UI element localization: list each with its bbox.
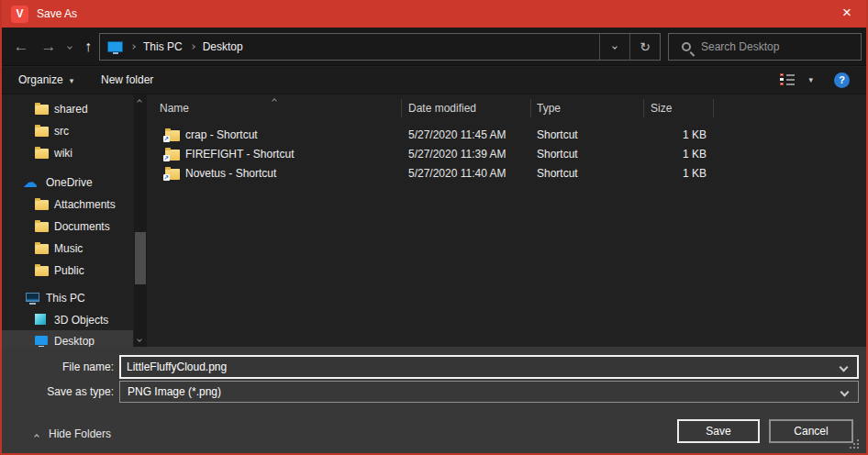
back-button[interactable]: ← [7, 28, 35, 65]
file-name: Novetus - Shortcut [185, 164, 276, 183]
column-divider[interactable] [401, 99, 402, 117]
folder-icon [35, 149, 49, 159]
folder-icon [35, 244, 49, 254]
window-border-left [0, 0, 2, 455]
save-as-type-dropdown[interactable]: PNG Image (*.png) [119, 381, 859, 403]
folder-icon [35, 105, 49, 115]
breadcrumb-chevron-icon [130, 44, 136, 50]
help-button[interactable]: ? [834, 72, 850, 88]
chevron-down-icon [612, 44, 618, 50]
sidebar-item-music[interactable]: Music [2, 238, 133, 260]
scrollbar-thumb[interactable] [135, 232, 146, 284]
sidebar-item-public[interactable]: Public [2, 260, 133, 282]
sidebar-item-onedrive[interactable]: ☁ OneDrive [2, 172, 133, 194]
chevron-down-icon [67, 44, 72, 50]
this-pc-icon [107, 41, 123, 52]
content-area: shared src wiki ☁ OneDrive Attachments D… [2, 94, 866, 347]
hide-folders-label: Hide Folders [49, 427, 111, 440]
shortcut-arrow-icon: ↗ [163, 174, 170, 181]
file-row[interactable]: ↗ FIREFIGHT - Shortcut 5/27/2020 11:39 A… [149, 145, 866, 164]
sort-ascending-icon [272, 98, 277, 104]
navigation-pane: shared src wiki ☁ OneDrive Attachments D… [2, 94, 149, 347]
sidebar-scrollbar[interactable] [134, 94, 147, 347]
forward-button[interactable]: → [35, 28, 62, 65]
sidebar-item-desktop[interactable]: Desktop [2, 330, 133, 347]
scroll-up-icon[interactable] [137, 99, 142, 105]
organize-label: Organize [18, 73, 63, 86]
file-type: Shortcut [537, 145, 578, 164]
dropdown-triangle-icon: ▾ [70, 76, 74, 85]
file-date: 5/27/2020 11:39 AM [408, 145, 506, 164]
column-header-date-modified[interactable]: Date modified [408, 94, 476, 122]
file-size: 1 KB [607, 164, 707, 183]
file-row[interactable]: ↗ Novetus - Shortcut 5/27/2020 11:40 AM … [149, 164, 866, 183]
chevron-down-icon[interactable] [840, 362, 849, 372]
sidebar-item-shared[interactable]: shared [2, 98, 133, 120]
scroll-down-icon[interactable] [137, 337, 142, 342]
vivaldi-app-icon: V [11, 6, 28, 23]
sidebar-item-this-pc[interactable]: This PC [2, 287, 133, 309]
window-title: Save As [37, 0, 77, 28]
3d-cube-icon [35, 314, 46, 325]
file-name-input[interactable] [121, 361, 840, 373]
file-size: 1 KB [607, 145, 707, 164]
new-folder-button[interactable]: New folder [101, 67, 153, 94]
sidebar-item-src[interactable]: src [2, 120, 133, 142]
chevron-up-icon [34, 434, 39, 439]
save-as-type-value: PNG Image (*.png) [120, 385, 841, 398]
file-type: Shortcut [537, 164, 578, 183]
file-date: 5/27/2020 11:45 AM [408, 126, 506, 145]
desktop-monitor-icon [35, 336, 48, 345]
change-view-button[interactable]: ▾ [780, 73, 813, 86]
column-headers: Name Date modified Type Size [149, 94, 866, 122]
column-divider[interactable] [713, 99, 714, 117]
column-header-size[interactable]: Size [651, 94, 672, 122]
close-button[interactable]: × [826, 0, 868, 28]
address-dropdown-button[interactable] [599, 34, 629, 60]
breadcrumb-chevron-icon [190, 44, 195, 50]
address-bar[interactable]: This PC Desktop ↻ [99, 33, 661, 61]
chevron-down-icon [840, 387, 850, 396]
file-row[interactable]: ↗ crap - Shortcut 5/27/2020 11:45 AM Sho… [149, 126, 866, 145]
folder-icon [35, 266, 49, 276]
sidebar-item-wiki[interactable]: wiki [2, 142, 133, 164]
breadcrumb-this-pc[interactable]: This PC [143, 40, 183, 53]
save-button[interactable]: Save [677, 419, 760, 443]
folder-icon [35, 222, 49, 232]
folder-icon [35, 127, 49, 137]
column-divider[interactable] [643, 99, 644, 117]
refresh-button[interactable]: ↻ [629, 34, 660, 60]
file-size: 1 KB [607, 126, 707, 145]
onedrive-cloud-icon: ☁ [23, 172, 38, 194]
hide-folders-button[interactable]: Hide Folders [35, 425, 111, 443]
search-input[interactable] [691, 40, 861, 53]
dropdown-triangle-icon: ▾ [808, 75, 813, 84]
folder-icon [35, 200, 49, 210]
file-date: 5/27/2020 11:40 AM [408, 164, 506, 183]
resize-grip[interactable] [848, 438, 859, 449]
search-box [668, 33, 862, 61]
column-header-type[interactable]: Type [537, 94, 561, 122]
cancel-button[interactable]: Cancel [769, 419, 853, 443]
file-name: FIREFIGHT - Shortcut [185, 145, 294, 164]
save-controls-panel: File name: Save as type: PNG Image (*.pn… [2, 347, 866, 455]
sidebar-item-attachments[interactable]: Attachments [2, 194, 133, 216]
file-type: Shortcut [537, 126, 578, 145]
file-name-label: File name: [2, 356, 114, 378]
recent-locations-button[interactable] [62, 28, 77, 65]
shortcut-arrow-icon: ↗ [163, 136, 170, 142]
file-list: Name Date modified Type Size ↗ crap - Sh… [149, 94, 866, 347]
sidebar-item-3d-objects[interactable]: 3D Objects [2, 309, 133, 331]
sidebar-item-documents[interactable]: Documents [2, 216, 133, 238]
column-divider[interactable] [530, 99, 531, 117]
details-view-icon [780, 73, 795, 86]
organize-button[interactable]: Organize▾ [18, 67, 73, 94]
up-button[interactable]: ↑ [77, 28, 99, 65]
save-as-type-label: Save as type: [2, 381, 114, 403]
shortcut-arrow-icon: ↗ [163, 155, 170, 161]
computer-icon [26, 293, 39, 302]
column-header-name[interactable]: Name [160, 94, 189, 122]
breadcrumb-desktop[interactable]: Desktop [203, 40, 243, 53]
command-toolbar: Organize▾ New folder ▾ ? [2, 67, 866, 94]
save-as-dialog: V Save As × ← → ↑ This PC Desktop ↻ [0, 0, 868, 455]
